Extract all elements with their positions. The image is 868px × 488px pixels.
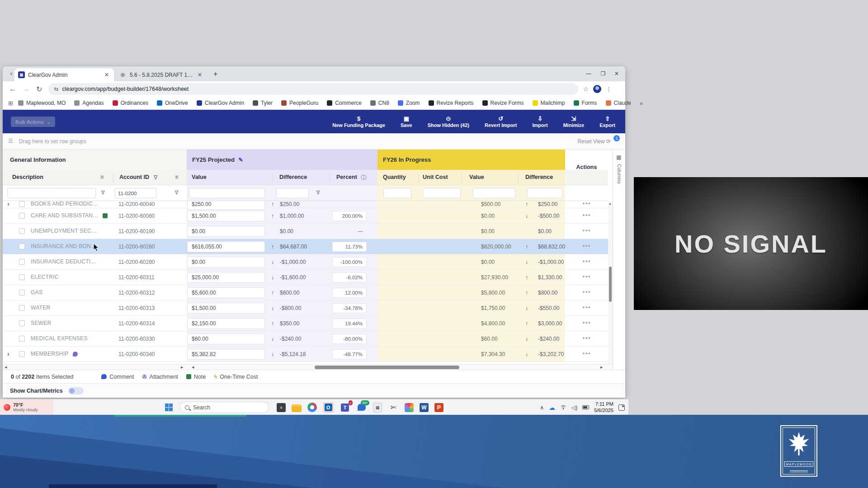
- file-explorer-icon[interactable]: [292, 404, 302, 412]
- row-checkbox[interactable]: [19, 305, 25, 311]
- chrome-icon[interactable]: [307, 403, 317, 412]
- fy25-value-input[interactable]: $0.00: [187, 257, 265, 267]
- row-actions-menu-button[interactable]: •••: [576, 243, 598, 249]
- columns-panel-tab[interactable]: ▦ Columns: [613, 150, 625, 370]
- row-checkbox[interactable]: [19, 228, 25, 234]
- row-actions-menu-button[interactable]: •••: [576, 273, 598, 280]
- word-icon[interactable]: W: [420, 403, 429, 412]
- forward-icon[interactable]: →: [23, 85, 30, 93]
- scroll-up-icon[interactable]: ▲: [609, 202, 612, 205]
- tab-close-icon[interactable]: ✕: [196, 71, 203, 78]
- table-row[interactable]: › BOOKS AND PERIODICALS 11-0200-60040 $2…: [3, 201, 608, 208]
- row-checkbox[interactable]: [19, 259, 25, 265]
- col-fy26-difference[interactable]: Difference: [525, 174, 553, 180]
- fy25-difference-filter-input[interactable]: [276, 188, 309, 198]
- row-actions-menu-button[interactable]: •••: [576, 212, 598, 218]
- col-account-id[interactable]: Account ID: [119, 174, 149, 180]
- row-actions-menu-button[interactable]: •••: [576, 335, 598, 341]
- filter-funnel-icon[interactable]: ∇: [175, 190, 178, 196]
- toolbar-action-button[interactable]: ↺ Revert Import: [485, 116, 517, 128]
- fy26-quantity-filter-input[interactable]: [383, 188, 411, 198]
- snipping-tool-icon[interactable]: ✄: [388, 402, 399, 413]
- site-settings-icon[interactable]: ⇆: [54, 86, 58, 92]
- table-row[interactable]: › GAS 11-0200-60312 $5,600.00 ↑ $600.00 …: [3, 285, 608, 300]
- bookmark-item[interactable]: Revize Reports: [429, 100, 474, 106]
- bookmark-item[interactable]: Agendas: [74, 100, 104, 106]
- powerpoint-icon[interactable]: P: [434, 403, 443, 412]
- col-description[interactable]: Description: [12, 174, 43, 180]
- profile-avatar[interactable]: [593, 85, 601, 93]
- vertical-scrollbar-thumb[interactable]: [609, 267, 612, 302]
- column-menu-icon[interactable]: ≡: [175, 174, 178, 180]
- toolbar-action-button[interactable]: ⇲ Minimize: [563, 116, 584, 128]
- col-fy26-quantity[interactable]: Quantity: [383, 174, 406, 180]
- taskbar-clock[interactable]: 7:11 PM 5/6/2025: [594, 401, 613, 414]
- horizontal-scrollbar-thumb[interactable]: [315, 366, 459, 369]
- fy25-value-input[interactable]: $5,600.00: [187, 287, 265, 298]
- bookmark-item[interactable]: Claude: [606, 100, 631, 106]
- bookmark-item[interactable]: Forms: [574, 100, 597, 106]
- fy25-value-input[interactable]: $5,382.82: [187, 349, 265, 360]
- table-row[interactable]: › MEMBERSHIP 11-0200-60340 $5,382.82 ↓ -…: [3, 347, 608, 362]
- apps-grid-icon[interactable]: ⊞: [8, 100, 14, 107]
- scroll-left-icon[interactable]: ◀: [192, 366, 194, 369]
- fy25-value-input[interactable]: $2,150.00: [187, 318, 265, 329]
- bookmark-item[interactable]: ClearGov Admin: [197, 100, 244, 106]
- reader-app-icon[interactable]: ≡: [277, 403, 286, 412]
- fy25-value-input[interactable]: $1,500.00: [187, 211, 265, 221]
- tab-draft-budget[interactable]: ⊕ 5.6 - 5.8.2025 DRAFT 1 Budget ✕: [117, 68, 207, 81]
- col-fy25-value[interactable]: Value: [192, 174, 207, 180]
- battery-icon[interactable]: [582, 405, 589, 409]
- bookmark-item[interactable]: PeopleGuru: [281, 100, 318, 106]
- info-circle-icon[interactable]: ⓘ: [361, 174, 367, 182]
- table-row[interactable]: › ELECTRIC 11-0200-60311 $25,000.00 ↓ -$…: [3, 270, 608, 285]
- col-fy25-difference[interactable]: Difference: [279, 174, 307, 180]
- table-row[interactable]: › SEWER 11-0200-60314 $2,150.00 ↑ $350.0…: [3, 316, 608, 331]
- edit-pencil-icon[interactable]: ✎: [238, 156, 243, 163]
- filter-funnel-icon[interactable]: ∇: [154, 174, 157, 181]
- toolbar-action-button[interactable]: ⇧ Export: [599, 116, 615, 128]
- fy26-value-filter-input[interactable]: [473, 188, 515, 198]
- photos-app-icon[interactable]: [405, 403, 414, 412]
- tray-chevron-icon[interactable]: ∧: [540, 404, 544, 411]
- start-button[interactable]: [165, 404, 173, 411]
- row-actions-menu-button[interactable]: •••: [576, 289, 598, 295]
- row-actions-menu-button[interactable]: •••: [576, 350, 598, 357]
- col-fy26-unit-cost[interactable]: Unit Cost: [423, 174, 448, 180]
- back-icon[interactable]: ←: [9, 85, 16, 93]
- window-maximize-button[interactable]: ❐: [596, 67, 610, 80]
- row-checkbox[interactable]: [19, 336, 25, 342]
- description-filter-input[interactable]: [7, 188, 96, 198]
- account-id-filter-input[interactable]: [115, 188, 156, 198]
- row-actions-menu-button[interactable]: •••: [576, 201, 598, 206]
- col-fy25-percent[interactable]: Percent: [336, 174, 357, 180]
- chat-icon[interactable]: 99+: [356, 402, 367, 413]
- row-actions-menu-button[interactable]: •••: [576, 304, 598, 310]
- tab-close-icon[interactable]: ✕: [103, 71, 110, 78]
- toolbar-action-button[interactable]: ⇩ Import: [532, 116, 547, 128]
- row-actions-menu-button[interactable]: •••: [576, 319, 598, 326]
- teams-icon[interactable]: T •: [340, 402, 350, 413]
- reset-view-button[interactable]: Reset View ⟳: [577, 138, 611, 145]
- calculator-icon[interactable]: ▦: [373, 403, 382, 413]
- table-row[interactable]: › WATER 11-0200-60313 $1,500.00 ↓ -$800.…: [3, 300, 608, 316]
- toolbar-action-button[interactable]: ▣ Save: [401, 116, 412, 128]
- row-checkbox[interactable]: [19, 201, 25, 207]
- row-expander-icon[interactable]: ›: [7, 201, 9, 207]
- browser-menu-icon[interactable]: ⋮: [606, 86, 612, 93]
- notification-center-icon[interactable]: [618, 404, 625, 411]
- bookmark-item[interactable]: CN8: [370, 100, 389, 106]
- bookmark-item[interactable]: Maplewood, MO: [18, 100, 66, 106]
- bookmark-item[interactable]: Commerce: [327, 100, 362, 106]
- outlook-icon[interactable]: O: [323, 402, 334, 413]
- table-row[interactable]: › MEDICAL EXPENSES 11-0200-60330 $60.00 …: [3, 331, 608, 347]
- row-expander-icon[interactable]: ›: [7, 350, 9, 357]
- filter-funnel-icon[interactable]: ∇: [101, 190, 104, 196]
- row-checkbox[interactable]: [19, 244, 25, 249]
- toolbar-action-button[interactable]: $ New Funding Package: [332, 116, 385, 128]
- fy25-value-filter-input[interactable]: [189, 188, 265, 198]
- row-checkbox[interactable]: [19, 351, 25, 357]
- taskbar-search[interactable]: Search: [180, 402, 269, 413]
- bookmarks-overflow-icon[interactable]: »: [640, 100, 643, 107]
- chart-metrics-toggle[interactable]: [68, 387, 84, 394]
